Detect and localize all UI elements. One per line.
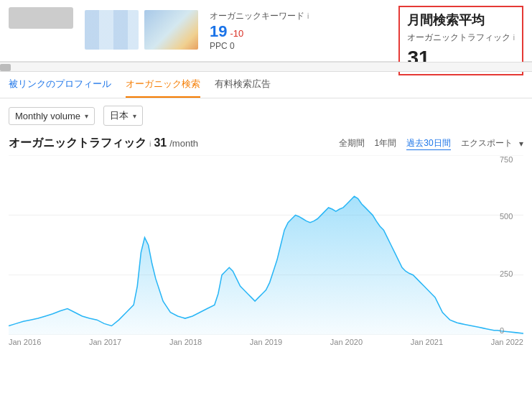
traffic-title: オーガニックトラフィック [9,136,146,151]
traffic-header: オーガニックトラフィック i 31 /month 全期間 1年間 過去30日間 … [0,133,532,155]
export-btn[interactable]: エクスポート ▾ [461,137,523,149]
per-month: /month [169,138,198,149]
x-label-2021: Jan 2021 [411,338,443,346]
x-label-2019: Jan 2019 [250,338,282,346]
volume-label: Monthly volume [15,111,80,121]
x-label-2020: Jan 2020 [330,338,363,346]
chart-area: 750 500 250 0 [9,155,523,335]
tab-organic[interactable]: オーガニック検索 [126,78,200,98]
region-arrow: ▾ [133,112,136,120]
scrollbar-area[interactable] [0,62,532,72]
x-label-2022: Jan 2022 [491,338,523,346]
filter-bar: Monthly volume ▾ 日本 ▾ [0,98,532,133]
keyword-change: -10 [230,28,243,39]
highlight-title: 月間検索平均 [407,11,515,29]
scrollbar-thumb[interactable] [0,64,11,71]
tab-nav: 被リンクのプロフィール オーガニック検索 有料検索広告 [0,72,532,98]
region-label: 日本 [110,109,129,122]
period-30d-btn[interactable]: 過去30日間 [406,137,450,150]
y-axis-labels: 750 500 250 0 [498,155,523,335]
top-bar: オーガニックキーワード i 19 -10 PPC 0 月間検索平均 オーガニック… [0,0,532,62]
chart-svg [9,155,523,335]
period-1y-btn[interactable]: 1年間 [375,137,397,149]
organic-keyword-info[interactable]: i [307,12,309,20]
x-label-2018: Jan 2018 [169,338,202,346]
traffic-value: 31 [154,137,167,149]
tab-backlinks[interactable]: 被リンクのプロフィール [9,78,111,98]
organic-keyword-label: オーガニックキーワード [210,10,304,22]
thumbnail-2 [144,10,198,50]
keyword-value: 19 [210,24,227,40]
volume-dropdown[interactable]: Monthly volume ▾ [9,107,95,125]
site-thumbnails [85,10,198,50]
traffic-info-icon[interactable]: i [149,139,151,148]
region-dropdown[interactable]: 日本 ▾ [103,106,143,126]
thumbnail-1 [85,10,139,50]
x-label-2016: Jan 2016 [9,338,41,346]
highlight-label: オーガニックトラフィック i [407,32,515,44]
tab-paid[interactable]: 有料検索広告 [215,78,271,98]
period-all-btn[interactable]: 全期間 [339,137,365,149]
volume-arrow: ▾ [85,112,88,120]
period-controls: 全期間 1年間 過去30日間 エクスポート ▾ [339,137,523,150]
x-axis-labels: Jan 2016 Jan 2017 Jan 2018 Jan 2019 Jan … [0,335,532,346]
x-label-2017: Jan 2017 [89,338,121,346]
logo [9,7,73,29]
